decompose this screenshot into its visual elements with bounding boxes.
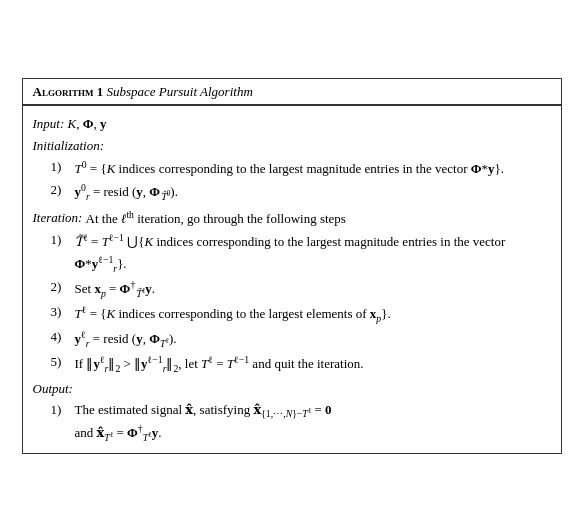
input-line: Input: K, Φ, y <box>33 114 551 134</box>
init-item-2-num: 2) <box>51 180 71 204</box>
iter-item-4-content: yℓr = resid (y, ΦTℓ). <box>75 327 551 351</box>
output-label: Output: <box>33 381 73 396</box>
iter-label-line: Iteration: At the ℓth iteration, go thro… <box>33 206 551 228</box>
output-items: 1) The estimated signal x̂, satisfying x… <box>33 400 551 446</box>
iter-item-2-content: Set xp = Φ†T̃ℓy. <box>75 277 551 301</box>
iter-item-1-content: T̃ℓ = Tℓ−1 ⋃{K indices corresponding to … <box>75 230 551 277</box>
iter-label: Iteration: <box>33 211 86 226</box>
output-item-1-content: The estimated signal x̂, satisfying x̂{1… <box>75 400 551 446</box>
iter-item-1-num: 1) <box>51 230 71 277</box>
iter-item-5: 5) If ‖yℓr‖2 > ‖yℓ−1r‖2, let Tℓ = Tℓ−1 a… <box>51 352 551 376</box>
algorithm-header: Algorithm 1 Subspace Pursuit Algorithm <box>23 79 561 106</box>
iter-item-4-num: 4) <box>51 327 71 351</box>
algorithm-body: Input: K, Φ, y Initialization: 1) T0 = {… <box>23 106 561 454</box>
init-item-2-content: y0r = resid (y, ΦT̂0). <box>75 180 551 204</box>
init-label: Initialization: <box>33 138 105 153</box>
init-item-1-content: T0 = {K indices corresponding to the lar… <box>75 157 551 179</box>
algorithm-box: Algorithm 1 Subspace Pursuit Algorithm I… <box>22 78 562 455</box>
init-item-2: 2) y0r = resid (y, ΦT̂0). <box>51 180 551 204</box>
iter-item-3-num: 3) <box>51 302 71 326</box>
iter-item-1: 1) T̃ℓ = Tℓ−1 ⋃{K indices corresponding … <box>51 230 551 277</box>
output-item-1-num: 1) <box>51 400 71 446</box>
init-label-line: Initialization: <box>33 136 551 156</box>
init-item-1: 1) T0 = {K indices corresponding to the … <box>51 157 551 179</box>
output-label-line: Output: <box>33 379 551 399</box>
algorithm-number: Algorithm 1 <box>33 84 104 99</box>
input-label: Input: <box>33 116 68 131</box>
iter-items: 1) T̃ℓ = Tℓ−1 ⋃{K indices corresponding … <box>33 230 551 377</box>
init-items: 1) T0 = {K indices corresponding to the … <box>33 157 551 205</box>
iter-item-2-num: 2) <box>51 277 71 301</box>
init-item-1-num: 1) <box>51 157 71 179</box>
iter-intro: At the ℓth iteration, go through the fol… <box>86 211 346 226</box>
output-item-1: 1) The estimated signal x̂, satisfying x… <box>51 400 551 446</box>
iter-item-4: 4) yℓr = resid (y, ΦTℓ). <box>51 327 551 351</box>
iter-item-2: 2) Set xp = Φ†T̃ℓy. <box>51 277 551 301</box>
iter-item-5-content: If ‖yℓr‖2 > ‖yℓ−1r‖2, let Tℓ = Tℓ−1 and … <box>75 352 551 376</box>
input-vars: K, Φ, y <box>68 116 107 131</box>
iter-item-3: 3) Tℓ = {K indices corresponding to the … <box>51 302 551 326</box>
algorithm-title: Subspace Pursuit Algorithm <box>106 84 252 99</box>
iter-item-3-content: Tℓ = {K indices corresponding to the lar… <box>75 302 551 326</box>
iter-item-5-num: 5) <box>51 352 71 376</box>
